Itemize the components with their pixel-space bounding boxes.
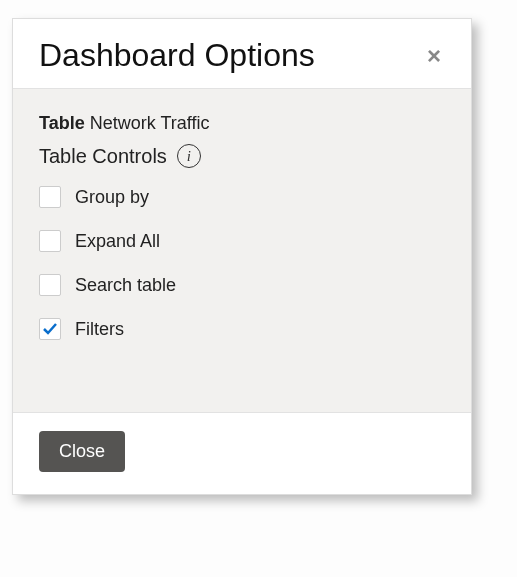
modal-header: Dashboard Options × <box>13 19 471 88</box>
option-label: Expand All <box>75 231 160 252</box>
modal-body: Table Network Traffic Table Controls i G… <box>13 88 471 413</box>
option-group-by[interactable]: Group by <box>39 186 445 208</box>
option-label: Group by <box>75 187 149 208</box>
option-label: Search table <box>75 275 176 296</box>
controls-label: Table Controls <box>39 145 167 168</box>
checkbox-filters[interactable] <box>39 318 61 340</box>
close-button[interactable]: Close <box>39 431 125 472</box>
option-filters[interactable]: Filters <box>39 318 445 340</box>
checkbox-search-table[interactable] <box>39 274 61 296</box>
option-search-table[interactable]: Search table <box>39 274 445 296</box>
close-icon[interactable]: × <box>419 40 449 72</box>
dashboard-options-modal: Dashboard Options × Table Network Traffi… <box>12 18 472 495</box>
checkbox-expand-all[interactable] <box>39 230 61 252</box>
table-controls-header: Table Controls i <box>39 144 445 168</box>
modal-title: Dashboard Options <box>39 37 315 74</box>
info-icon[interactable]: i <box>177 144 201 168</box>
table-label: Table <box>39 113 85 133</box>
modal-footer: Close <box>13 413 471 494</box>
option-expand-all[interactable]: Expand All <box>39 230 445 252</box>
table-name: Network Traffic <box>90 113 210 133</box>
table-info: Table Network Traffic <box>39 113 445 134</box>
option-label: Filters <box>75 319 124 340</box>
checkbox-group-by[interactable] <box>39 186 61 208</box>
